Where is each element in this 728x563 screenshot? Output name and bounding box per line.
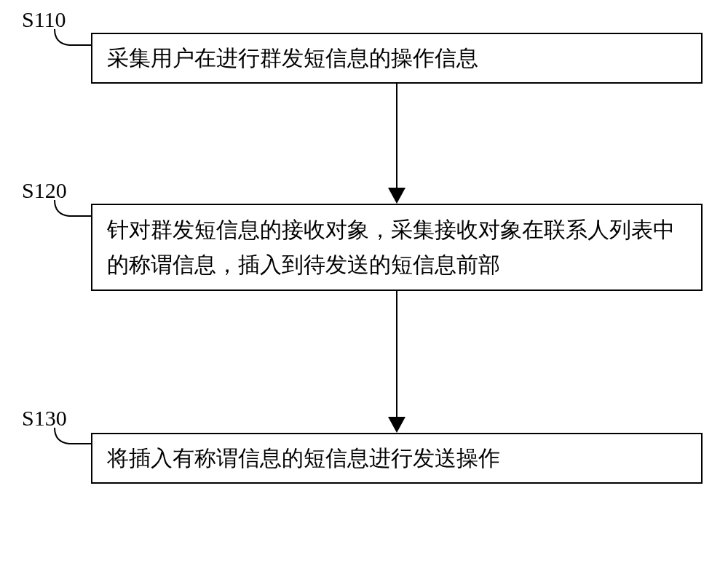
arrow-head-2 <box>388 417 405 433</box>
arrow-line-1 <box>396 84 397 189</box>
flow-box-text-s130: 将插入有称谓信息的短信息进行发送操作 <box>107 441 500 476</box>
step-label-s120: S120 <box>22 178 67 203</box>
flowchart-container: S110 采集用户在进行群发短信息的操作信息 S120 针对群发短信息的接收对象… <box>0 7 728 563</box>
arrow-head-1 <box>388 188 405 204</box>
arrow-line-2 <box>396 291 397 418</box>
flow-box-s110: 采集用户在进行群发短信息的操作信息 <box>91 33 703 84</box>
step-label-s130: S130 <box>22 406 67 431</box>
flow-box-s130: 将插入有称谓信息的短信息进行发送操作 <box>91 433 703 484</box>
flow-box-text-s120: 针对群发短信息的接收对象，采集接收对象在联系人列表中的称谓信息，插入到待发送的短… <box>107 212 687 282</box>
step-label-s110: S110 <box>22 7 66 32</box>
flow-box-s120: 针对群发短信息的接收对象，采集接收对象在联系人列表中的称谓信息，插入到待发送的短… <box>91 204 703 291</box>
flow-box-text-s110: 采集用户在进行群发短信息的操作信息 <box>107 41 478 76</box>
